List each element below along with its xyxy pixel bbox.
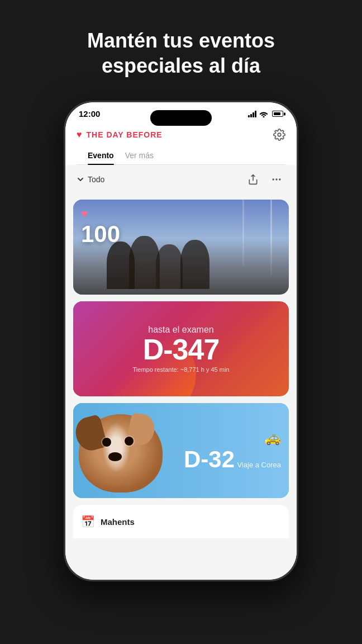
brand-name: THE DAY BEFORE <box>87 130 163 139</box>
settings-icon[interactable] <box>273 129 285 141</box>
phone-screen: 12:00 <box>65 102 297 580</box>
tab-bar: Evento Ver más <box>77 146 285 165</box>
cards-area: ♥ 100 hasta el examen D-347 Tiem <box>65 194 297 580</box>
svg-point-2 <box>273 178 274 180</box>
korea-emoji: 🚕 <box>184 430 281 446</box>
app-header: ♥ THE DAY BEFORE Evento Ver más <box>65 123 297 165</box>
korea-days: D-32 <box>184 446 235 472</box>
signal-icon <box>248 111 256 117</box>
wifi-icon <box>259 111 268 117</box>
phone-mockup: 12:00 <box>64 101 298 581</box>
filter-bar: Todo <box>65 165 297 194</box>
svg-point-3 <box>275 178 277 180</box>
share-icon[interactable] <box>244 171 262 188</box>
card-friends-overlay: ♥ 100 <box>81 207 120 246</box>
filter-action-icons <box>244 171 285 188</box>
tab-ver-mas[interactable]: Ver más <box>125 146 154 164</box>
svg-point-4 <box>279 178 280 180</box>
partial-card-label: Mahents <box>101 517 135 527</box>
phone-frame: 12:00 <box>64 101 298 581</box>
partial-card-icon: 📅 <box>81 515 95 528</box>
brand-heart-icon: ♥ <box>77 130 82 140</box>
exam-text: hasta el examen D-347 Tiempo restante: ~… <box>133 325 230 373</box>
headline-line2: especiales al día <box>102 54 260 77</box>
exam-time-remaining: Tiempo restante: ~8,771 h y 45 min <box>133 366 230 373</box>
headline: Mantén tus eventos especiales al día <box>65 28 297 78</box>
dynamic-island <box>150 110 212 126</box>
card-partial[interactable]: 📅 Mahents <box>73 505 289 538</box>
chevron-down-icon <box>77 176 84 183</box>
tab-evento[interactable]: Evento <box>88 146 114 164</box>
friends-heart-icon: ♥ <box>81 207 120 220</box>
filter-left[interactable]: Todo <box>77 175 104 184</box>
app-brand: ♥ THE DAY BEFORE <box>77 129 285 141</box>
svg-point-0 <box>278 133 281 136</box>
friends-count: 100 <box>81 222 120 246</box>
headline-line1: Mantén tus eventos <box>87 29 275 52</box>
card-korea[interactable]: 🚕 D-32 Viaje a Corea <box>73 403 289 498</box>
card-exam[interactable]: hasta el examen D-347 Tiempo restante: ~… <box>73 301 289 396</box>
korea-overlay: 🚕 D-32 Viaje a Corea <box>184 430 281 471</box>
card-friends[interactable]: ♥ 100 <box>73 200 289 295</box>
status-icons <box>248 111 283 117</box>
filter-label: Todo <box>88 175 104 184</box>
exam-days: D-347 <box>133 335 230 364</box>
brand-left: ♥ THE DAY BEFORE <box>77 130 163 140</box>
more-options-icon[interactable] <box>268 171 285 188</box>
korea-label: Viaje a Corea <box>237 461 281 469</box>
status-time: 12:00 <box>79 109 100 119</box>
battery-icon <box>272 111 283 117</box>
